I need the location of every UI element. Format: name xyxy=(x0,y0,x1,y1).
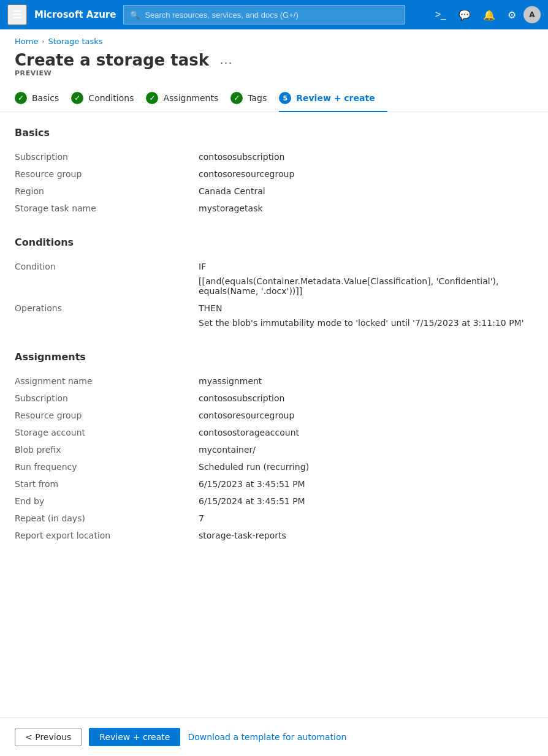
table-row: Resource group contosoresourcegroup xyxy=(15,165,533,183)
assignment-blobprefix-label: Blob prefix xyxy=(15,441,199,458)
conditions-operations-value: THEN Set the blob's immutability mode to… xyxy=(199,300,533,331)
wizard-step-conditions-label: Conditions xyxy=(88,93,134,103)
wizard-step-review-label: Review + create xyxy=(296,93,375,103)
assignment-endby-label: End by xyxy=(15,493,199,510)
basics-resourcegroup-value: contosoresourcegroup xyxy=(199,165,533,183)
navbar: ☰ Microsoft Azure 🔍 >_ 💬 🔔 ⚙ A xyxy=(0,0,548,29)
table-row: Blob prefix mycontainer/ xyxy=(15,441,533,458)
search-icon: 🔍 xyxy=(130,10,140,20)
assignment-subscription-label: Subscription xyxy=(15,390,199,407)
table-row: Start from 6/15/2023 at 3:45:51 PM xyxy=(15,475,533,493)
assignment-storageaccount-label: Storage account xyxy=(15,424,199,441)
main-content: Basics Subscription contososubscription … xyxy=(0,112,548,578)
wizard-step-basics-label: Basics xyxy=(32,93,59,103)
assignments-table: Assignment name myassignment Subscriptio… xyxy=(15,372,533,544)
search-bar: 🔍 xyxy=(123,5,405,25)
breadcrumb-separator-1: › xyxy=(42,38,44,45)
table-row: Report export location storage-task-repo… xyxy=(15,527,533,544)
page-title: Create a storage task xyxy=(15,51,209,69)
basics-subscription-value: contososubscription xyxy=(199,148,533,165)
breadcrumb-storage-tasks[interactable]: Storage tasks xyxy=(48,37,102,46)
operations-expression-line: Set the blob's immutability mode to 'loc… xyxy=(199,318,533,328)
breadcrumb-home[interactable]: Home xyxy=(15,37,38,46)
assignment-resourcegroup-value: contosoresourcegroup xyxy=(199,407,533,424)
table-row: Assignment name myassignment xyxy=(15,372,533,390)
condition-expression-line: [[and(equals(Container.Metadata.Value[Cl… xyxy=(199,276,533,296)
wizard-step-tags-label: Tags xyxy=(248,93,267,103)
conditions-table: Condition IF [[and(equals(Container.Meta… xyxy=(15,258,533,331)
conditions-condition-label: Condition xyxy=(15,258,199,300)
table-row: Resource group contosoresourcegroup xyxy=(15,407,533,424)
table-row: Subscription contososubscription xyxy=(15,148,533,165)
wizard-step-assignments[interactable]: ✓ Assignments xyxy=(146,85,230,112)
assignment-runfrequency-label: Run frequency xyxy=(15,458,199,475)
assignment-endby-value: 6/15/2024 at 3:45:51 PM xyxy=(199,493,533,510)
basics-subscription-label: Subscription xyxy=(15,148,199,165)
assignments-section: Assignments Assignment name myassignment… xyxy=(15,351,533,544)
step-num-icon-review: 5 xyxy=(279,92,291,104)
table-row: Storage task name mystoragetask xyxy=(15,200,533,217)
assignment-blobprefix-value: mycontainer/ xyxy=(199,441,533,458)
table-row: Subscription contososubscription xyxy=(15,390,533,407)
preview-label: PREVIEW xyxy=(0,69,548,85)
basics-table: Subscription contososubscription Resourc… xyxy=(15,148,533,217)
basics-taskname-label: Storage task name xyxy=(15,200,199,217)
navbar-icons: >_ 💬 🔔 ⚙ A xyxy=(430,6,541,25)
assignment-startfrom-label: Start from xyxy=(15,475,199,493)
table-row: Repeat (in days) 7 xyxy=(15,510,533,527)
assignment-subscription-value: contososubscription xyxy=(199,390,533,407)
step-check-icon-assignments: ✓ xyxy=(146,92,158,104)
breadcrumb: Home › Storage tasks xyxy=(0,29,548,46)
assignment-storageaccount-value: contosostorageaccount xyxy=(199,424,533,441)
conditions-section: Conditions Condition IF [[and(equals(Con… xyxy=(15,236,533,331)
page-header: Create a storage task ... xyxy=(0,46,548,69)
assignments-section-title: Assignments xyxy=(15,351,533,363)
table-row: End by 6/15/2024 at 3:45:51 PM xyxy=(15,493,533,510)
conditions-condition-value: IF [[and(equals(Container.Metadata.Value… xyxy=(199,258,533,300)
conditions-operations-label: Operations xyxy=(15,300,199,331)
assignment-name-label: Assignment name xyxy=(15,372,199,390)
table-row: Run frequency Scheduled run (recurring) xyxy=(15,458,533,475)
assignment-name-value: myassignment xyxy=(199,372,533,390)
basics-taskname-value: mystoragetask xyxy=(199,200,533,217)
step-check-icon-conditions: ✓ xyxy=(71,92,83,104)
wizard-step-basics[interactable]: ✓ Basics xyxy=(15,85,71,112)
notifications-icon-button[interactable]: 🔔 xyxy=(478,6,500,25)
settings-icon-button[interactable]: ⚙ xyxy=(503,6,521,25)
operations-then-line: THEN xyxy=(199,303,533,313)
assignment-reportlocation-value: storage-task-reports xyxy=(199,527,533,544)
table-row: Storage account contosostorageaccount xyxy=(15,424,533,441)
assignment-reportlocation-label: Report export location xyxy=(15,527,199,544)
step-check-icon-basics: ✓ xyxy=(15,92,27,104)
table-row: Operations THEN Set the blob's immutabil… xyxy=(15,300,533,331)
conditions-section-title: Conditions xyxy=(15,236,533,248)
wizard-step-conditions[interactable]: ✓ Conditions xyxy=(71,85,146,112)
assignment-resourcegroup-label: Resource group xyxy=(15,407,199,424)
feedback-icon-button[interactable]: 💬 xyxy=(454,6,476,25)
assignment-runfrequency-value: Scheduled run (recurring) xyxy=(199,458,533,475)
wizard-step-tags[interactable]: ✓ Tags xyxy=(230,85,279,112)
basics-region-value: Canada Central xyxy=(199,183,533,200)
terminal-icon-button[interactable]: >_ xyxy=(430,6,451,24)
assignment-repeat-value: 7 xyxy=(199,510,533,527)
basics-region-label: Region xyxy=(15,183,199,200)
wizard-step-assignments-label: Assignments xyxy=(163,93,218,103)
wizard-step-review[interactable]: 5 Review + create xyxy=(279,85,387,112)
azure-logo: Microsoft Azure xyxy=(34,9,116,20)
basics-section-title: Basics xyxy=(15,127,533,138)
assignment-repeat-label: Repeat (in days) xyxy=(15,510,199,527)
wizard-steps: ✓ Basics ✓ Conditions ✓ Assignments ✓ Ta… xyxy=(0,85,548,112)
hamburger-menu-button[interactable]: ☰ xyxy=(7,4,27,25)
basics-resourcegroup-label: Resource group xyxy=(15,165,199,183)
more-options-button[interactable]: ... xyxy=(216,53,237,68)
condition-if-line: IF xyxy=(199,262,533,271)
search-input[interactable] xyxy=(145,10,398,20)
step-check-icon-tags: ✓ xyxy=(230,92,243,104)
assignment-startfrom-value: 6/15/2023 at 3:45:51 PM xyxy=(199,475,533,493)
table-row: Condition IF [[and(equals(Container.Meta… xyxy=(15,258,533,300)
avatar[interactable]: A xyxy=(523,6,541,23)
basics-section: Basics Subscription contososubscription … xyxy=(15,127,533,217)
table-row: Region Canada Central xyxy=(15,183,533,200)
